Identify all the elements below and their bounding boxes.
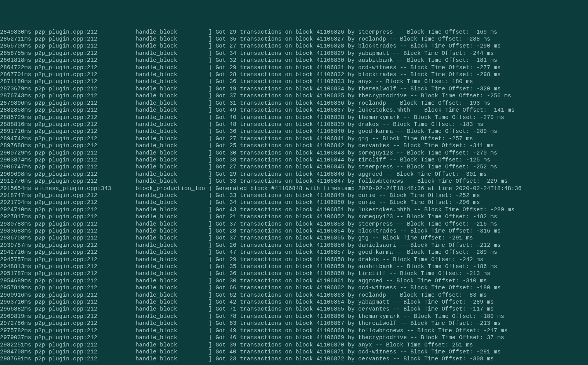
log-line: 2873679ms p2p_plugin.cpp:212 handle_bloc… xyxy=(0,85,588,92)
log-line: 2924710ms p2p_plugin.cpp:212 handle_bloc… xyxy=(0,206,588,213)
log-line: 2963710ms p2p_plugin.cpp:212 handle_bloc… xyxy=(0,299,588,306)
log-line: 2912770ms p2p_plugin.cpp:212 handle_bloc… xyxy=(0,178,588,185)
log-line: 2936708ms p2p_plugin.cpp:212 handle_bloc… xyxy=(0,234,588,241)
log-line: 2921704ms p2p_plugin.cpp:212 handle_bloc… xyxy=(0,199,588,206)
log-line: 2939787ms p2p_plugin.cpp:212 handle_bloc… xyxy=(0,242,588,249)
log-line: 2888816ms p2p_plugin.cpp:212 handle_bloc… xyxy=(0,121,588,128)
log-line: 2871180ms p2p_plugin.cpp:212 handle_bloc… xyxy=(0,78,588,85)
log-line: 2897688ms p2p_plugin.cpp:212 handle_bloc… xyxy=(0,142,588,149)
log-line: 2987691ms p2p_plugin.cpp:212 handle_bloc… xyxy=(0,355,588,362)
log-line: 2979037ms p2p_plugin.cpp:212 handle_bloc… xyxy=(0,334,588,341)
log-line: 2933683ms p2p_plugin.cpp:212 handle_bloc… xyxy=(0,227,588,234)
log-line: 2852711ms p2p_plugin.cpp:212 handle_bloc… xyxy=(0,36,588,42)
log-line: 2903874ms p2p_plugin.cpp:212 handle_bloc… xyxy=(0,156,588,163)
log-line: 2876743ms p2p_plugin.cpp:212 handle_bloc… xyxy=(0,92,588,99)
log-line: 2849830ms p2p_plugin.cpp:212 handle_bloc… xyxy=(0,29,588,36)
log-line: 2915654ms witness_plugin.cpp:343 block_p… xyxy=(0,185,588,192)
log-line: 2885729ms p2p_plugin.cpp:212 handle_bloc… xyxy=(0,114,588,121)
log-line: 2927817ms p2p_plugin.cpp:212 handle_bloc… xyxy=(0,213,588,220)
log-line: 2984708ms p2p_plugin.cpp:212 handle_bloc… xyxy=(0,348,588,355)
log-line: 2867701ms p2p_plugin.cpp:212 handle_bloc… xyxy=(0,71,588,78)
log-line: 2879806ms p2p_plugin.cpp:212 handle_bloc… xyxy=(0,100,588,107)
log-line: 2966882ms p2p_plugin.cpp:212 handle_bloc… xyxy=(0,306,588,312)
log-line: 2918747ms p2p_plugin.cpp:212 handle_bloc… xyxy=(0,192,588,199)
log-line: 2891710ms p2p_plugin.cpp:212 handle_bloc… xyxy=(0,128,588,135)
log-line: 2882858ms p2p_plugin.cpp:212 handle_bloc… xyxy=(0,107,588,114)
log-line: 2909698ms p2p_plugin.cpp:212 handle_bloc… xyxy=(0,171,588,178)
log-line: 2982251ms p2p_plugin.cpp:212 handle_bloc… xyxy=(0,341,588,348)
log-line: 2951787ms p2p_plugin.cpp:212 handle_bloc… xyxy=(0,270,588,277)
log-line: 2972786ms p2p_plugin.cpp:212 handle_bloc… xyxy=(0,320,588,327)
log-line: 2894742ms p2p_plugin.cpp:212 handle_bloc… xyxy=(0,135,588,142)
log-line: 2942710ms p2p_plugin.cpp:212 handle_bloc… xyxy=(0,249,588,256)
log-line: 2858755ms p2p_plugin.cpp:212 handle_bloc… xyxy=(0,50,588,57)
terminal-output[interactable]: 2849830ms p2p_plugin.cpp:212 handle_bloc… xyxy=(0,29,588,363)
log-line: 2861818ms p2p_plugin.cpp:212 handle_bloc… xyxy=(0,57,588,64)
log-line: 2969819ms p2p_plugin.cpp:212 handle_bloc… xyxy=(0,313,588,320)
log-line: 2864722ms p2p_plugin.cpp:212 handle_bloc… xyxy=(0,64,588,71)
log-line: 2960916ms p2p_plugin.cpp:212 handle_bloc… xyxy=(0,292,588,299)
log-line: 2900729ms p2p_plugin.cpp:212 handle_bloc… xyxy=(0,149,588,156)
log-line: 2906747ms p2p_plugin.cpp:212 handle_bloc… xyxy=(0,163,588,170)
log-line: 2948813ms p2p_plugin.cpp:212 handle_bloc… xyxy=(0,263,588,270)
log-line: 2855709ms p2p_plugin.cpp:212 handle_bloc… xyxy=(0,42,588,49)
log-line: 2945757ms p2p_plugin.cpp:212 handle_bloc… xyxy=(0,256,588,263)
log-line: 2975782ms p2p_plugin.cpp:212 handle_bloc… xyxy=(0,327,588,334)
log-line: 2930783ms p2p_plugin.cpp:212 handle_bloc… xyxy=(0,221,588,227)
log-line: 2954689ms p2p_plugin.cpp:212 handle_bloc… xyxy=(0,277,588,284)
log-line: 2957819ms p2p_plugin.cpp:212 handle_bloc… xyxy=(0,284,588,291)
